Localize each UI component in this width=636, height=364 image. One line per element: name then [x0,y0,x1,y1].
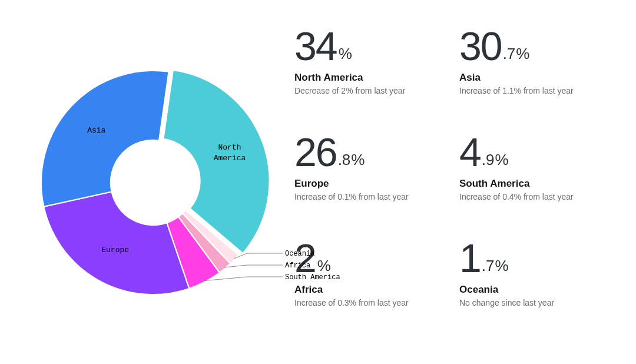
percent-icon: % [495,152,509,167]
stat-value-dec: .7 [482,258,495,273]
stat-value-int: 1 [459,238,481,278]
stat-label: Asia [459,72,612,84]
chart-panel: NorthAmericaEuropeAsiaOceaniaAfricaSouth… [0,0,271,364]
stat-sub: Increase of 0.3% from last year [294,298,459,307]
donut-chart: NorthAmericaEuropeAsiaOceaniaAfricaSouth… [35,65,271,300]
stat-sub: No change since last year [459,298,612,307]
stat-label: Oceania [459,284,612,296]
percent-icon: % [495,258,509,273]
stat-sub: Increase of 0.4% from last year [459,192,612,201]
slice-label-europe: Europe [101,246,129,254]
stat-sub: Decrease of 2% from last year [294,86,459,95]
outer-label-south-america: South America [285,273,340,282]
stat-north-america: 34 % North America Decrease of 2% from l… [294,26,459,132]
stat-value-int: 2 [294,238,316,278]
stat-value-dec: .7 [503,46,516,61]
outer-label-oceania: Oceania [285,250,314,258]
stat-value-dec: .9 [482,152,495,167]
stat-oceania: 1 .7 % Oceania No change since last year [459,238,612,344]
percent-icon: % [351,152,365,167]
stats-panel: 34 % North America Decrease of 2% from l… [271,0,636,364]
stat-europe: 26 .8 % Europe Increase of 0.1% from las… [294,132,459,238]
slice-europe [44,192,189,294]
stat-label: Europe [294,178,459,190]
percent-icon: % [516,46,529,61]
slice-label-north-america-2: America [214,154,246,163]
stat-south-america: 4 .9 % South America Increase of 0.4% fr… [459,132,612,238]
stat-value-int: 4 [459,132,481,172]
stat-value-int: 34 [294,26,337,66]
stat-sub: Increase of 1.1% from last year [459,86,612,95]
stat-sub: Increase of 0.1% from last year [294,192,459,201]
stat-label: North America [294,72,459,84]
percent-icon: % [339,46,352,61]
stat-africa: 2 % Africa Increase of 0.3% from last ye… [294,238,459,344]
stat-asia: 30 .7 % Asia Increase of 1.1% from last … [459,26,612,132]
stat-value-int: 26 [294,132,337,172]
stat-value-dec: .8 [338,152,351,167]
outer-label-africa: Africa [285,262,310,270]
slice-label-asia: Asia [87,126,105,135]
stat-label: Africa [294,284,459,296]
slice-asia [41,71,168,207]
percent-icon: % [317,258,331,273]
slice-label-north-america: North [218,143,241,152]
stat-label: South America [459,178,612,190]
stat-value-int: 30 [459,26,502,66]
